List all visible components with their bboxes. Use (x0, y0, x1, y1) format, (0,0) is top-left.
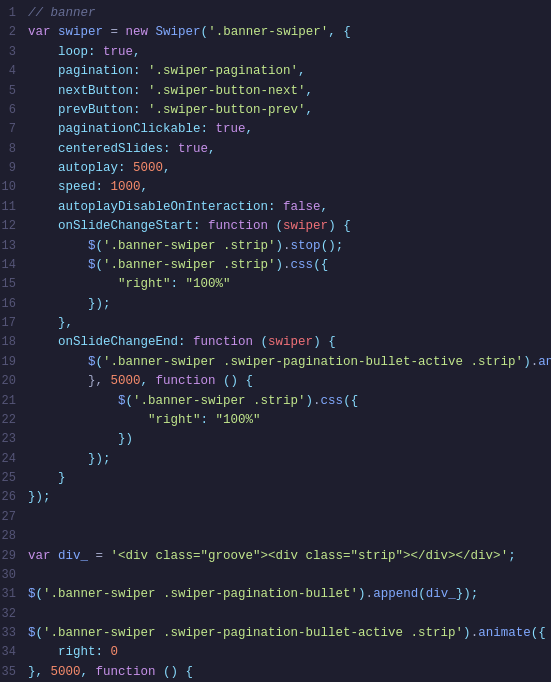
line-number: 4 (0, 62, 28, 81)
token-plain (28, 471, 58, 485)
token-prop: onSlideChangeEnd (58, 335, 178, 349)
token-plain (28, 64, 58, 78)
token-prop: paginationClickable (58, 122, 201, 136)
token-param: swiper (268, 335, 313, 349)
line-number: 23 (0, 430, 28, 449)
line-number: 28 (0, 527, 28, 546)
line-content: } (28, 469, 543, 488)
token-plain (28, 122, 58, 136)
line-content: centeredSlides: true, (28, 140, 543, 159)
line-content: $('.banner-swiper .strip').css({ (28, 392, 543, 411)
token-punc: , (208, 142, 216, 156)
token-punc: ; (508, 549, 516, 563)
token-punc: : (133, 64, 148, 78)
line-number: 1 (0, 4, 28, 23)
token-punc: }) (118, 432, 133, 446)
token-var: div_ (426, 587, 456, 601)
line-content: "right": "100%" (28, 411, 543, 430)
token-plain: = (88, 549, 111, 563)
code-line: 35}, 5000, function () { (0, 663, 551, 682)
line-number: 27 (0, 508, 28, 527)
token-meth: append (373, 587, 418, 601)
code-line: 29var div_ = '<div class="groove"><div c… (0, 547, 551, 566)
line-content (28, 566, 543, 585)
line-content: pagination: '.swiper-pagination', (28, 62, 543, 81)
token-punc: ) (276, 239, 284, 253)
token-plain (28, 142, 58, 156)
token-plain (28, 103, 58, 117)
token-prop: nextButton (58, 84, 133, 98)
token-plain (28, 432, 118, 446)
line-number: 31 (0, 585, 28, 604)
token-punc: }); (28, 490, 51, 504)
token-kw: function (156, 374, 216, 388)
token-plain (253, 335, 261, 349)
line-number: 6 (0, 101, 28, 120)
token-punc: , (246, 122, 254, 136)
line-content: $('.banner-swiper .strip').css({ (28, 256, 543, 275)
token-kw: function (193, 335, 253, 349)
code-line: 27 (0, 508, 551, 527)
token-punc: , { (328, 25, 351, 39)
token-fn: $ (28, 587, 36, 601)
line-content (28, 527, 543, 546)
token-punc: ( (261, 335, 269, 349)
token-plain (156, 665, 164, 679)
token-punc: , (163, 161, 171, 175)
token-punc: : (118, 161, 133, 175)
token-plain (28, 84, 58, 98)
token-kw: function (208, 219, 268, 233)
token-prop: onSlideChangeStart (58, 219, 193, 233)
line-number: 8 (0, 140, 28, 159)
line-content (28, 605, 543, 624)
token-punc: ({ (343, 394, 358, 408)
code-line: 24 }); (0, 450, 551, 469)
token-plain: }, (88, 374, 111, 388)
token-str: "100%" (186, 277, 231, 291)
code-line: 15 "right": "100%" (0, 275, 551, 294)
line-number: 17 (0, 314, 28, 333)
token-str: '.banner-swiper .strip' (133, 394, 306, 408)
token-plain (28, 161, 58, 175)
token-punc: ( (96, 355, 104, 369)
token-str: '.swiper-pagination' (148, 64, 298, 78)
token-plain (28, 374, 88, 388)
line-content: var div_ = '<div class="groove"><div cla… (28, 547, 543, 566)
token-punc: : (268, 200, 283, 214)
line-number: 22 (0, 411, 28, 430)
code-line: 12 onSlideChangeStart: function (swiper)… (0, 217, 551, 236)
token-prop: autoplayDisableOnInteraction (58, 200, 268, 214)
token-kw: function (96, 665, 156, 679)
line-content: }, 5000, function () { (28, 372, 543, 391)
token-kw: var (28, 25, 51, 39)
token-str: "right" (118, 277, 171, 291)
token-meth: stop (291, 239, 321, 253)
token-str: '.banner-swiper .swiper-pagination-bulle… (103, 355, 523, 369)
token-fn: $ (88, 258, 96, 272)
line-content: speed: 1000, (28, 178, 543, 197)
token-plain (51, 549, 59, 563)
token-punc: ( (36, 587, 44, 601)
token-plain (28, 297, 88, 311)
line-content: prevButton: '.swiper-button-prev', (28, 101, 543, 120)
line-number: 9 (0, 159, 28, 178)
code-line: 17 }, (0, 314, 551, 333)
token-punc: : (96, 180, 111, 194)
code-line: 6 prevButton: '.swiper-button-prev', (0, 101, 551, 120)
token-prop: right (58, 645, 96, 659)
token-var: div_ (58, 549, 88, 563)
token-meth: css (321, 394, 344, 408)
line-number: 35 (0, 663, 28, 682)
line-content: loop: true, (28, 43, 543, 62)
line-number: 32 (0, 605, 28, 624)
token-prop: pagination (58, 64, 133, 78)
token-punc: ) (306, 394, 314, 408)
token-punc: ( (126, 394, 134, 408)
code-line: 25 } (0, 469, 551, 488)
token-punc: ({ (313, 258, 328, 272)
token-punc: : (193, 219, 208, 233)
code-line: 10 speed: 1000, (0, 178, 551, 197)
line-content: }); (28, 295, 543, 314)
token-plain (28, 219, 58, 233)
code-editor: 1// banner2var swiper = new Swiper('.ban… (0, 0, 551, 682)
